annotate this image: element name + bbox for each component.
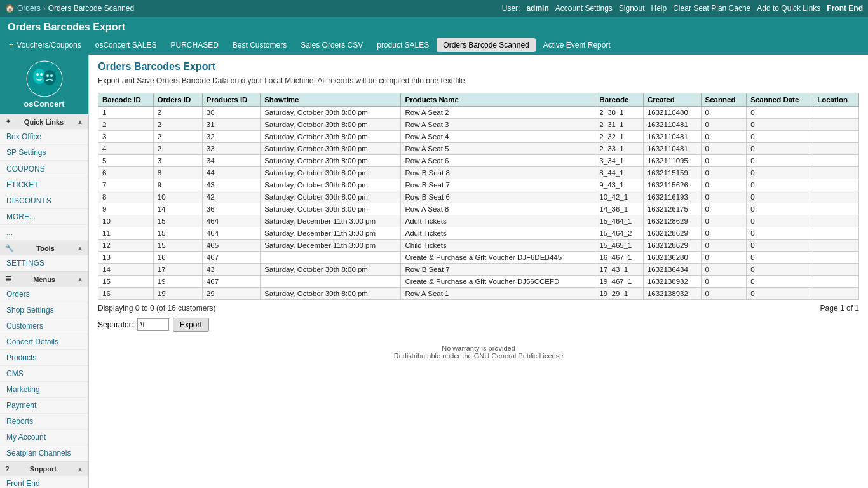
table-row: 1230Saturday, October 30th 8:00 pmRow A … [98, 107, 859, 119]
clear-cache-link[interactable]: Clear Seat Plan Cache [673, 4, 750, 13]
col-barcode-id: Barcode ID [98, 93, 154, 107]
quick-links-link[interactable]: Add to Quick Links [757, 4, 820, 13]
signout-link[interactable]: Signout [619, 4, 645, 13]
page-description: Export and Save Orders Barcode Data onto… [98, 76, 859, 85]
sidebar-item-discounts[interactable]: DISCOUNTS [0, 193, 88, 209]
sidebar-section-quicklinks: ✦ Quick Links ▲ Box Office SP Settings [0, 114, 88, 161]
footer-line1: No warranty is provided [98, 344, 859, 352]
svg-point-6 [50, 74, 53, 77]
sidebar-item-marketing[interactable]: Marketing [0, 382, 88, 398]
sidebar-item-eticket[interactable]: ETICKET [0, 177, 88, 193]
page-title: Orders Barcodes Export [98, 61, 859, 72]
table-row: 4233Saturday, October 30th 8:00 pmRow A … [98, 143, 859, 155]
subnav-active-event-report[interactable]: Active Event Report [537, 38, 617, 52]
table-row: 81042Saturday, October 30th 8:00 pmRow B… [98, 191, 859, 203]
subnav-vouchers[interactable]: + Vouchers/Coupons [3, 38, 88, 52]
svg-point-3 [36, 73, 39, 76]
sidebar-item-shop-settings[interactable]: Shop Settings [0, 302, 88, 318]
col-location: Location [813, 93, 859, 107]
separator-input[interactable] [137, 318, 169, 331]
breadcrumb-sep: › [43, 4, 46, 13]
col-products-id: Products ID [202, 93, 260, 107]
tools-header[interactable]: 🔧 Tools ▲ [0, 241, 88, 255]
tools-label: Tools [36, 245, 55, 252]
table-row: 141743Saturday, October 30th 8:00 pmRow … [98, 264, 859, 276]
col-created: Created [643, 93, 701, 107]
sidebar-item-cms[interactable]: CMS [0, 366, 88, 382]
table-row: 3232Saturday, October 30th 8:00 pmRow A … [98, 131, 859, 143]
col-products-name: Products Name [401, 93, 595, 107]
sidebar-item-reports[interactable]: Reports [0, 414, 88, 430]
separator-row: Separator: Export [98, 318, 859, 332]
display-info: Displaying 0 to 0 (of 16 customers) [98, 304, 215, 313]
menus-arrow: ▲ [77, 276, 83, 283]
quick-links-header[interactable]: ✦ Quick Links ▲ [0, 114, 88, 129]
quick-links-icon: ✦ [5, 118, 11, 126]
col-scanned: Scanned [701, 93, 747, 107]
table-row: 7943Saturday, October 30th 8:00 pmRow B … [98, 179, 859, 191]
col-orders-id: Orders ID [153, 93, 202, 107]
table-footer: Displaying 0 to 0 (of 16 customers) Page… [98, 304, 859, 313]
logo-text: osConcert [24, 99, 64, 109]
account-settings-link[interactable]: Account Settings [555, 4, 613, 13]
top-nav-links: User: admin Account Settings Signout Hel… [502, 4, 863, 13]
sidebar-item-seatplan-channels[interactable]: Seatplan Channels [0, 445, 88, 461]
support-header[interactable]: ? Support ▲ [0, 462, 88, 476]
table-row: 1519467Create & Purchase a Gift Voucher … [98, 276, 859, 288]
breadcrumb-orders[interactable]: Orders [17, 4, 41, 13]
subnav-best-customers[interactable]: Best Customers [226, 38, 293, 52]
subnav-purchased[interactable]: PURCHASED [164, 38, 224, 52]
export-button[interactable]: Export [173, 318, 209, 332]
col-scanned-date: Scanned Date [747, 93, 813, 107]
sidebar-item-coupons[interactable]: COUPONS [0, 161, 88, 177]
subnav-product-sales[interactable]: product SALES [370, 38, 435, 52]
menus-header[interactable]: ☰ Menus ▲ [0, 272, 88, 287]
sidebar-item-orders[interactable]: Orders [0, 287, 88, 302]
subnav-sales-orders-csv[interactable]: Sales Orders CSV [294, 38, 369, 52]
sidebar-item-settings[interactable]: SETTINGS [0, 255, 88, 271]
table-row: 2231Saturday, October 30th 8:00 pmRow A … [98, 119, 859, 131]
quick-links-arrow: ▲ [77, 118, 83, 125]
table-header-row: Barcode ID Orders ID Products ID Showtim… [98, 93, 859, 107]
table-row: 1215465Saturday, December 11th 3:00 pmCh… [98, 240, 859, 252]
user-label: User: [502, 4, 520, 13]
table-row: 5334Saturday, October 30th 8:00 pmRow A … [98, 155, 859, 167]
menus-label: Menus [33, 276, 55, 283]
sidebar-item-concert-details[interactable]: Concert Details [0, 334, 88, 350]
header-band: Orders Barcodes Export [0, 17, 868, 38]
table-row: 1115464Saturday, December 11th 3:00 pmAd… [98, 227, 859, 240]
sidebar-item-sp-settings[interactable]: SP Settings [0, 145, 88, 161]
home-icon: 🏠 [5, 4, 15, 13]
sidebar-item-front-end[interactable]: Front End [0, 476, 88, 488]
sidebar-section-support: ? Support ▲ Front End Help Manuals Suppo… [0, 462, 88, 488]
tools-arrow: ▲ [77, 245, 83, 252]
sidebar-item-products[interactable]: Products [0, 350, 88, 366]
separator-label: Separator: [98, 320, 133, 329]
subnav-orders-barcode-scanned[interactable]: Orders Barcode Scanned [437, 38, 535, 52]
sidebar-item-payment[interactable]: Payment [0, 398, 88, 414]
sidebar-item-my-account[interactable]: My Account [0, 430, 88, 445]
page-info: Page 1 of 1 [820, 304, 859, 313]
table-row: 1316467Create & Purchase a Gift Voucher … [98, 252, 859, 264]
header-title: Orders Barcodes Export [8, 22, 125, 32]
menus-icon: ☰ [5, 275, 11, 283]
table-row: 6844Saturday, October 30th 8:00 pmRow B … [98, 167, 859, 179]
subnav-osconcert-sales[interactable]: osConcert SALES [89, 38, 163, 52]
support-label: Support [30, 465, 57, 473]
table-body: 1230Saturday, October 30th 8:00 pmRow A … [98, 107, 859, 300]
table-row: 1015464Saturday, December 11th 3:00 pmAd… [98, 215, 859, 227]
main-layout: osConcert ✦ Quick Links ▲ Box Office SP … [0, 55, 868, 488]
front-end-link[interactable]: Front End [827, 4, 863, 13]
sidebar-item-box-office[interactable]: Box Office [0, 129, 88, 145]
sidebar-item-customers[interactable]: Customers [0, 318, 88, 334]
sidebar-item-dots[interactable]: ... [0, 225, 88, 241]
tools-icon: 🔧 [5, 244, 14, 252]
sidebar-item-more[interactable]: MORE... [0, 209, 88, 225]
sidebar-section-menus: ☰ Menus ▲ Orders Shop Settings Customers… [0, 272, 88, 462]
sub-navigation: + Vouchers/Coupons osConcert SALES PURCH… [0, 38, 868, 55]
table-row: 161929Saturday, October 30th 8:00 pmRow … [98, 288, 859, 300]
footer-text: No warranty is provided Redistributable … [98, 344, 859, 360]
help-link[interactable]: Help [651, 4, 667, 13]
username-label: admin [526, 4, 548, 13]
footer-line2: Redistributable under the GNU General Pu… [98, 352, 859, 360]
